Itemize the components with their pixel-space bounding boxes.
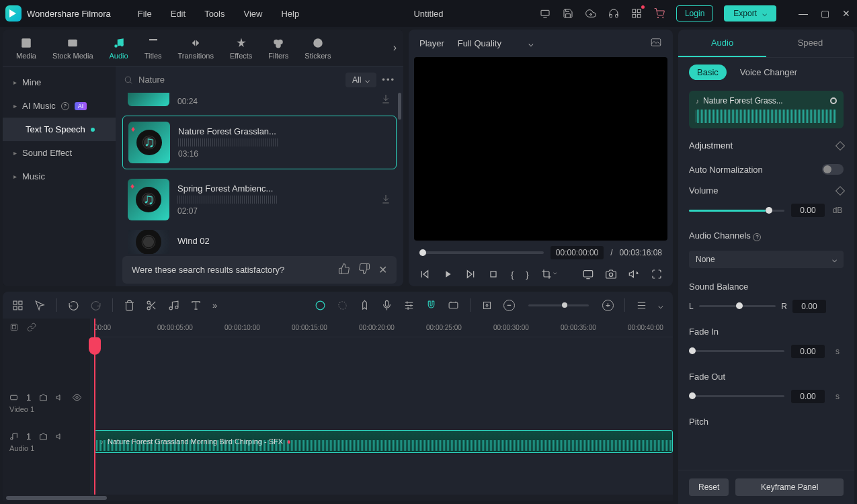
balance-value[interactable]: 0.00 [792, 300, 826, 313]
more-tools-icon[interactable]: » [212, 300, 217, 310]
marker-icon[interactable] [359, 300, 370, 311]
save-icon[interactable] [562, 7, 574, 19]
tab-transitions[interactable]: Transitions [171, 34, 220, 62]
desktop-icon[interactable] [539, 7, 551, 19]
magnetic-icon[interactable] [425, 300, 437, 311]
search-input[interactable]: Nature [124, 72, 340, 87]
undo-button[interactable] [68, 300, 79, 311]
info-icon[interactable]: ? [753, 233, 761, 241]
volume-value[interactable]: 0.00 [791, 204, 825, 217]
tab-effects[interactable]: Effects [223, 34, 259, 62]
next-frame-button[interactable] [465, 269, 476, 280]
delete-button[interactable] [124, 300, 135, 311]
volume-icon[interactable] [628, 269, 639, 280]
crop-tool-button[interactable]: ⌵ [541, 269, 557, 280]
video-track-lane[interactable] [90, 383, 673, 422]
toolbar-chevron-icon[interactable]: ⌵ [658, 300, 663, 310]
fullscreen-icon[interactable] [651, 269, 662, 280]
sidebar-item-sound-effect[interactable]: ▸Sound Effect [3, 141, 116, 165]
sidebar-item-text-to-speech[interactable]: Text To Speech [3, 118, 116, 141]
tab-media[interactable]: Media [9, 34, 43, 62]
download-icon[interactable] [380, 194, 391, 206]
thumbs-up-icon[interactable] [338, 263, 350, 277]
sidebar-item-ai-music[interactable]: ▸AI Music?AI [3, 94, 116, 118]
subtab-basic[interactable]: Basic [689, 65, 727, 80]
tab-filters[interactable]: Filters [261, 34, 295, 62]
tab-stock-media[interactable]: Stock Media [46, 34, 100, 62]
audio-item[interactable]: Wind 02 [122, 230, 397, 254]
audio-item[interactable]: ♦♫ Spring Forest Ambienc...02:07 [122, 173, 397, 226]
scrollbar[interactable] [398, 93, 401, 120]
sparkle-icon[interactable] [337, 300, 348, 311]
video-track-header[interactable]: 1 Video 1 [3, 383, 90, 422]
minimize-button[interactable]: ― [798, 8, 809, 19]
play-button[interactable] [442, 269, 453, 280]
props-tab-speed[interactable]: Speed [766, 30, 854, 57]
subtab-voice-changer[interactable]: Voice Changer [740, 67, 797, 77]
export-button[interactable]: Export⌵ [724, 5, 776, 22]
quality-dropdown[interactable]: Full Quality⌵ [458, 38, 534, 48]
zoom-out-icon[interactable]: − [503, 300, 515, 311]
fade-in-value[interactable]: 0.00 [791, 345, 825, 358]
timeline-canvas[interactable]: 00:00 00:00:05:00 00:00:10:00 00:00:15:0… [90, 319, 673, 495]
zoom-in-icon[interactable]: + [602, 300, 614, 311]
thumbs-down-icon[interactable] [358, 263, 370, 277]
props-tab-audio[interactable]: Audio [678, 30, 766, 57]
current-time[interactable]: 00:00:00:00 [550, 246, 604, 259]
tab-stickers[interactable]: Stickers [298, 34, 337, 62]
select-mode-icon[interactable] [12, 300, 24, 311]
headphones-icon[interactable] [608, 7, 620, 19]
keyframe-diamond[interactable] [835, 140, 845, 150]
login-button[interactable]: Login [676, 5, 713, 22]
fade-in-slider[interactable] [689, 350, 784, 352]
video-preview[interactable] [414, 57, 667, 241]
stop-button[interactable] [488, 269, 499, 280]
zoom-slider[interactable] [528, 304, 589, 306]
audio-item[interactable]: ♦♫ Nature Forest Grasslan...03:16 [122, 116, 397, 169]
sidebar-item-mine[interactable]: ▸Mine [3, 71, 116, 94]
split-button[interactable] [146, 300, 157, 311]
tab-audio[interactable]: Audio [103, 34, 135, 62]
voiceover-icon[interactable] [381, 300, 393, 311]
tab-titles[interactable]: Titles [138, 34, 169, 62]
balance-slider[interactable] [699, 305, 776, 307]
close-icon[interactable]: ✕ [378, 263, 387, 276]
auto-norm-toggle[interactable] [822, 164, 844, 175]
cart-icon[interactable] [653, 7, 665, 19]
audio-item-partial[interactable]: 00:24 [122, 93, 397, 112]
tabs-more-button[interactable]: › [393, 42, 397, 54]
audio-edit-icon[interactable] [168, 300, 179, 311]
sidebar-item-music[interactable]: ▸Music [3, 165, 116, 188]
prev-frame-button[interactable] [419, 269, 430, 280]
mini-playhead[interactable] [830, 97, 837, 104]
mixer-icon[interactable] [403, 300, 415, 311]
menu-help[interactable]: Help [281, 9, 299, 19]
volume-slider[interactable] [689, 210, 784, 212]
ai-tool-icon[interactable] [315, 300, 326, 311]
mark-out-button[interactable]: } [526, 269, 528, 280]
menu-file[interactable]: File [138, 9, 152, 19]
pointer-icon[interactable] [34, 300, 46, 311]
more-options-button[interactable]: ••• [382, 75, 395, 85]
timeline-ruler[interactable]: 00:00 00:00:05:00 00:00:10:00 00:00:15:0… [90, 319, 673, 337]
timeline-scrollbar[interactable] [3, 495, 673, 501]
keyframe-tool-icon[interactable] [481, 300, 493, 311]
fade-out-slider[interactable] [689, 395, 784, 397]
scrub-bar[interactable] [419, 251, 544, 254]
filter-dropdown[interactable]: All⌵ [345, 73, 376, 87]
mark-in-button[interactable]: { [511, 269, 514, 280]
reset-button[interactable]: Reset [689, 478, 729, 496]
close-button[interactable]: ✕ [841, 8, 852, 19]
menu-tools[interactable]: Tools [204, 9, 225, 19]
link-icon[interactable] [27, 323, 36, 334]
camera-icon[interactable] [606, 269, 616, 280]
apps-icon[interactable] [630, 7, 643, 19]
fade-out-value[interactable]: 0.00 [791, 390, 825, 403]
keyframe-diamond[interactable] [835, 185, 845, 195]
playhead[interactable] [94, 319, 95, 495]
track-height-icon[interactable] [636, 300, 647, 311]
maximize-button[interactable]: ▢ [819, 8, 830, 19]
menu-view[interactable]: View [243, 9, 262, 19]
channels-dropdown[interactable]: None⌵ [689, 251, 844, 268]
snapshot-icon[interactable] [650, 36, 662, 50]
